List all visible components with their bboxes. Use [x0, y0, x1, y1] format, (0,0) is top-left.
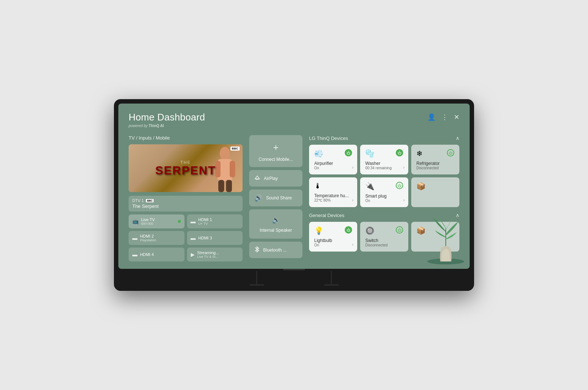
- airpurifier-device-icon: 💨: [314, 149, 323, 158]
- device-card-airpurifier[interactable]: 💨 ⏻ Airpurifier On ›: [309, 145, 357, 174]
- smart-plug-device-icon: 🔌: [365, 182, 374, 191]
- dashboard: Home Dashboard powered by ThinQ AI 👤 ⋮ ✕…: [118, 104, 470, 269]
- airpurifier-power-btn[interactable]: ⏻: [345, 149, 352, 156]
- hdmi2-name: HDMI 2: [140, 234, 156, 238]
- device-top: 🌡: [314, 182, 352, 190]
- input-item-hdmi2[interactable]: ▬ HDMI 2 Playstation: [129, 231, 184, 245]
- device-top: 🫧 ⏻: [365, 149, 403, 158]
- stand-leg-left: [256, 271, 257, 286]
- connect-mobile-label: Connect Mobile...: [259, 157, 293, 162]
- input-item-hdmi4[interactable]: ▬ HDMI 4: [129, 248, 184, 261]
- bbc-inline-badge: BBC: [146, 199, 154, 202]
- plus-icon: +: [273, 142, 279, 153]
- user-icon[interactable]: 👤: [427, 113, 435, 121]
- tv-screen: Home Dashboard powered by ThinQ AI 👤 ⋮ ✕…: [118, 104, 470, 269]
- airpurifier-device-name: Airpurifier: [314, 161, 352, 166]
- connect-mobile-card[interactable]: + Connect Mobile...: [249, 135, 302, 167]
- bluetooth-icon: [254, 246, 259, 254]
- device-top: 💡 ⏻: [314, 226, 352, 235]
- smart-plug-power-btn[interactable]: ⏻: [396, 182, 403, 189]
- input-item-live-tv[interactable]: 📺 Live TV 000-000: [129, 214, 184, 228]
- smart-plug-arrow: ›: [403, 198, 405, 203]
- smart-plug-device-status: On: [365, 199, 403, 203]
- device-top: 📦: [416, 182, 454, 191]
- live-tv-sub: 000-000: [141, 222, 155, 225]
- washer-arrow: ›: [403, 165, 405, 170]
- device-card-smart-plug[interactable]: 🔌 ⏻ Smart plug On ›: [360, 177, 408, 207]
- airplay-icon: [254, 174, 260, 182]
- airplay-label: AirPlay: [264, 176, 278, 181]
- lightbulb-device-status: On: [314, 243, 352, 247]
- device-card-temperature[interactable]: 🌡 Temperature hu... 22℃ 80% ›: [309, 177, 357, 207]
- switch-device-status: Disconnected: [365, 243, 403, 247]
- live-tv-icon: 📺: [132, 219, 139, 224]
- input-item-hdmi1[interactable]: ▬ HDMI 1 U+ TV: [187, 214, 243, 228]
- hdmi2-icon: ▬: [132, 235, 137, 241]
- washer-power-btn[interactable]: ⏻: [396, 149, 403, 156]
- hdmi3-name: HDMI 3: [198, 236, 212, 240]
- refrigerator-device-name: Refrigerator: [416, 161, 454, 166]
- device-card-lightbulb[interactable]: 💡 ⏻ Lightbulb On ›: [309, 222, 357, 252]
- middle-panel: + Connect Mobile... AirPlay: [249, 135, 302, 261]
- hdmi4-icon: ▬: [132, 252, 137, 257]
- washer-device-icon: 🫧: [365, 149, 374, 158]
- hdmi3-icon: ▬: [191, 235, 196, 241]
- left-panel: TV / Inputs / Mobile THE SERPENT BBC: [129, 135, 243, 261]
- temperature-device-name: Temperature hu...: [314, 193, 352, 198]
- lg-thinq-header: LG ThinQ Devices ∧: [309, 135, 459, 141]
- input-item-hdmi3[interactable]: ▬ HDMI 3: [187, 231, 243, 245]
- empty-lg-device-icon: 📦: [416, 182, 426, 191]
- bluetooth-card[interactable]: Bluetooth ...: [249, 242, 302, 258]
- device-card-washer[interactable]: 🫧 ⏻ Washer 00:34 remaining ›: [360, 145, 408, 174]
- svg-marker-6: [255, 176, 259, 179]
- internal-speaker-card[interactable]: 🔉 Internal Speaker: [249, 209, 302, 239]
- device-top: 🔘 ⏻: [365, 226, 403, 235]
- streaming-name: Streaming...: [197, 250, 219, 255]
- person-silhouette: [213, 146, 237, 192]
- airplay-card[interactable]: AirPlay: [249, 170, 302, 187]
- internal-speaker-icon: 🔉: [272, 216, 280, 224]
- airpurifier-arrow: ›: [352, 165, 354, 170]
- airpurifier-device-status: On: [314, 166, 352, 170]
- lightbulb-arrow: ›: [352, 242, 354, 247]
- refrigerator-device-icon: ❄: [416, 149, 423, 158]
- menu-icon[interactable]: ⋮: [441, 113, 448, 121]
- hdmi2-sub: Playstation: [140, 238, 156, 242]
- refrigerator-device-status: Disconnected: [416, 166, 454, 170]
- washer-device-name: Washer: [365, 161, 403, 166]
- device-card-switch[interactable]: 🔘 ⏻ Switch Disconnected: [360, 222, 408, 252]
- tv-channel-info: DTV 1 BBC: [132, 198, 239, 203]
- live-tv-name: Live TV: [141, 217, 155, 222]
- switch-power-btn[interactable]: ⏻: [396, 226, 403, 234]
- tv-frame: Home Dashboard powered by ThinQ AI 👤 ⋮ ✕…: [114, 99, 474, 291]
- device-card-refrigerator[interactable]: ❄ ⏻ Refrigerator Disconnected: [411, 145, 459, 174]
- active-dot: [178, 220, 181, 223]
- svg-point-0: [220, 147, 230, 160]
- lightbulb-power-btn[interactable]: ⏻: [345, 226, 352, 234]
- switch-device-name: Switch: [365, 238, 403, 243]
- close-icon[interactable]: ✕: [454, 113, 459, 121]
- device-top: 💨 ⏻: [314, 149, 352, 158]
- streaming-sub: Live TV & St...: [197, 255, 219, 259]
- lg-thinq-title: LG ThinQ Devices: [309, 136, 348, 141]
- hdmi4-name: HDMI 4: [140, 252, 154, 257]
- tv-preview-bg: THE SERPENT BBC: [129, 144, 243, 192]
- header: Home Dashboard powered by ThinQ AI 👤 ⋮ ✕: [129, 112, 459, 128]
- refrigerator-power-btn[interactable]: ⏻: [447, 149, 454, 156]
- device-top: ❄ ⏻: [416, 149, 454, 158]
- device-card-empty-lg[interactable]: 📦: [411, 177, 459, 207]
- main-layout: TV / Inputs / Mobile THE SERPENT BBC: [129, 135, 459, 261]
- input-item-streaming[interactable]: ▶ Streaming... Live TV & St...: [187, 248, 243, 261]
- tv-preview-card[interactable]: THE SERPENT BBC: [129, 144, 243, 192]
- lg-thinq-grid: 💨 ⏻ Airpurifier On › 🫧 ⏻ Washer 00:34 re…: [309, 145, 459, 207]
- lg-thinq-collapse-icon[interactable]: ∧: [456, 135, 459, 141]
- hdmi1-icon: ▬: [191, 219, 196, 224]
- sound-share-card[interactable]: 🔊 Sound Share: [249, 189, 302, 206]
- empty-gen-device-icon: 📦: [416, 226, 426, 235]
- temperature-device-status: 22℃ 80%: [314, 198, 352, 202]
- internal-speaker-label: Internal Speaker: [259, 228, 292, 233]
- hdmi1-name: HDMI 1: [198, 217, 212, 222]
- temperature-device-icon: 🌡: [314, 182, 322, 190]
- smart-plug-device-name: Smart plug: [365, 194, 403, 199]
- stand-leg-right: [331, 271, 332, 286]
